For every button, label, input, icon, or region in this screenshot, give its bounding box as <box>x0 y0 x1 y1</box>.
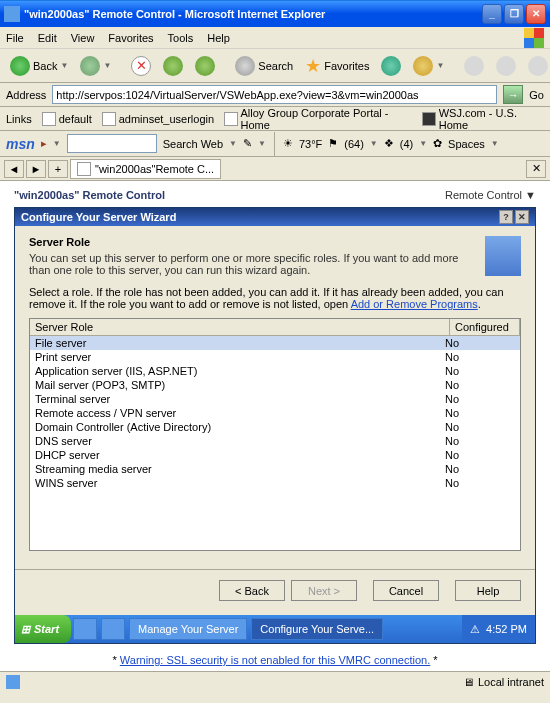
taskbar-explorer-button[interactable] <box>101 618 125 640</box>
links-bar: Links default adminset_userlogin Alloy G… <box>0 107 550 131</box>
stop-button[interactable]: ✕ <box>127 54 155 78</box>
refresh-button[interactable] <box>159 54 187 78</box>
vm-close-button[interactable]: ✕ <box>515 210 529 224</box>
go-button[interactable]: → <box>503 85 523 104</box>
favorites-button[interactable]: ★Favorites <box>301 53 373 79</box>
add-remove-programs-link[interactable]: Add or Remove Programs <box>351 298 478 310</box>
back-button[interactable]: < Back <box>219 580 285 601</box>
link-wsj[interactable]: WSJ.com - U.S. Home <box>422 107 544 131</box>
start-button[interactable]: ⊞Start <box>15 615 71 643</box>
history-button[interactable]: ▼ <box>409 54 448 78</box>
msn-search-web[interactable]: Search Web <box>163 138 223 150</box>
window-titlebar: "win2000as" Remote Control - Microsoft I… <box>0 0 550 27</box>
help-button[interactable]: Help <box>455 580 521 601</box>
page-title: "win2000as" Remote Control <box>14 189 165 201</box>
page-icon <box>77 162 91 176</box>
menu-tools[interactable]: Tools <box>168 32 194 44</box>
media-icon <box>381 56 401 76</box>
remote-control-dropdown[interactable]: Remote Control ▼ <box>445 189 536 201</box>
link-adminset[interactable]: adminset_userlogin <box>102 112 214 126</box>
back-button[interactable]: Back▼ <box>6 54 72 78</box>
menu-view[interactable]: View <box>71 32 95 44</box>
wizard-instruction: Select a role. If the role has not been … <box>29 286 521 310</box>
vm-help-button[interactable]: ? <box>499 210 513 224</box>
menu-bar: File Edit View Favorites Tools Help <box>0 27 550 49</box>
table-row[interactable]: Terminal serverNo <box>30 392 520 406</box>
minimize-button[interactable]: _ <box>482 4 502 24</box>
vm-window-title: Configure Your Server Wizard <box>21 211 176 223</box>
table-row[interactable]: DHCP serverNo <box>30 448 520 462</box>
stop-icon: ✕ <box>131 56 151 76</box>
table-row[interactable]: File serverNo <box>30 336 520 350</box>
table-row[interactable]: Remote access / VPN serverNo <box>30 406 520 420</box>
wizard-intro: You can set up this server to perform on… <box>29 252 475 276</box>
browser-tab[interactable]: "win2000as"Remote C... <box>70 159 221 179</box>
wsj-icon <box>422 112 435 126</box>
taskbar-manage[interactable]: Manage Your Server <box>129 618 247 640</box>
address-label: Address <box>6 89 46 101</box>
back-icon <box>10 56 30 76</box>
print-button[interactable] <box>492 54 520 78</box>
address-bar: Address → Go <box>0 83 550 107</box>
link-default[interactable]: default <box>42 112 92 126</box>
menu-edit[interactable]: Edit <box>38 32 57 44</box>
tab-new-button[interactable]: + <box>48 160 68 178</box>
table-row[interactable]: DNS serverNo <box>30 434 520 448</box>
msn-logo[interactable]: msn <box>6 136 35 152</box>
msn-spaces[interactable]: Spaces <box>448 138 485 150</box>
search-button[interactable]: Search <box>231 54 297 78</box>
go-label: Go <box>529 89 544 101</box>
clock: 4:52 PM <box>486 623 527 635</box>
mail-button[interactable] <box>460 54 488 78</box>
menu-favorites[interactable]: Favorites <box>108 32 153 44</box>
tab-prev-button[interactable]: ◄ <box>4 160 24 178</box>
print-icon <box>496 56 516 76</box>
taskbar-configure[interactable]: Configure Your Serve... <box>251 618 383 640</box>
edit-icon <box>528 56 548 76</box>
tab-next-button[interactable]: ► <box>26 160 46 178</box>
security-zone[interactable]: 🖥Local intranet <box>463 676 544 688</box>
table-row[interactable]: Mail server (POP3, SMTP)No <box>30 378 520 392</box>
table-row[interactable]: Application server (IIS, ASP.NET)No <box>30 364 520 378</box>
edit-button[interactable] <box>524 54 550 78</box>
close-button[interactable]: ✕ <box>526 4 546 24</box>
system-tray[interactable]: ⚠4:52 PM <box>462 615 535 643</box>
highlight-icon[interactable]: ✎ <box>243 137 252 150</box>
home-icon <box>195 56 215 76</box>
forward-button[interactable]: ▼ <box>76 54 115 78</box>
popup-icon: ❖ <box>384 137 394 150</box>
table-row[interactable]: Domain Controller (Active Directory)No <box>30 420 520 434</box>
menu-file[interactable]: File <box>6 32 24 44</box>
taskbar-ie-button[interactable] <box>73 618 97 640</box>
links-label: Links <box>6 113 32 125</box>
msn-search-input[interactable] <box>67 134 157 153</box>
home-button[interactable] <box>191 54 219 78</box>
menu-help[interactable]: Help <box>207 32 230 44</box>
table-row[interactable]: WINS serverNo <box>30 476 520 490</box>
col-server-role[interactable]: Server Role <box>30 319 450 335</box>
ssl-warning-link[interactable]: Warning: SSL security is not enabled for… <box>120 654 430 666</box>
msn-temp[interactable]: 73°F <box>299 138 322 150</box>
mail-icon <box>464 56 484 76</box>
status-bar: 🖥Local intranet <box>0 671 550 691</box>
address-input[interactable] <box>52 85 497 104</box>
tab-close-button[interactable]: ✕ <box>526 160 546 178</box>
standard-toolbar: Back▼ ▼ ✕ Search ★Favorites ▼ <box>0 49 550 83</box>
ssl-warning: * Warning: SSL security is not enabled f… <box>14 654 536 666</box>
role-table: Server Role Configured File serverNoPrin… <box>29 318 521 551</box>
table-row[interactable]: Print serverNo <box>30 350 520 364</box>
link-alloy[interactable]: Alloy Group Corporate Portal - Home <box>224 107 412 131</box>
history-icon <box>413 56 433 76</box>
maximize-button[interactable]: ❐ <box>504 4 524 24</box>
msn-blocked[interactable]: (64) <box>344 138 364 150</box>
col-configured[interactable]: Configured <box>450 319 520 335</box>
msn-popup[interactable]: (4) <box>400 138 413 150</box>
next-button[interactable]: Next > <box>291 580 357 601</box>
table-header: Server Role Configured <box>30 319 520 336</box>
media-button[interactable] <box>377 54 405 78</box>
window-title: "win2000as" Remote Control - Microsoft I… <box>24 8 482 20</box>
page-icon <box>42 112 56 126</box>
cancel-button[interactable]: Cancel <box>373 580 439 601</box>
table-row[interactable]: Streaming media serverNo <box>30 462 520 476</box>
msn-toolbar: msn▸▼ Search Web▼ ✎▼ ☀73°F ⚑(64)▼ ❖(4)▼ … <box>0 131 550 157</box>
